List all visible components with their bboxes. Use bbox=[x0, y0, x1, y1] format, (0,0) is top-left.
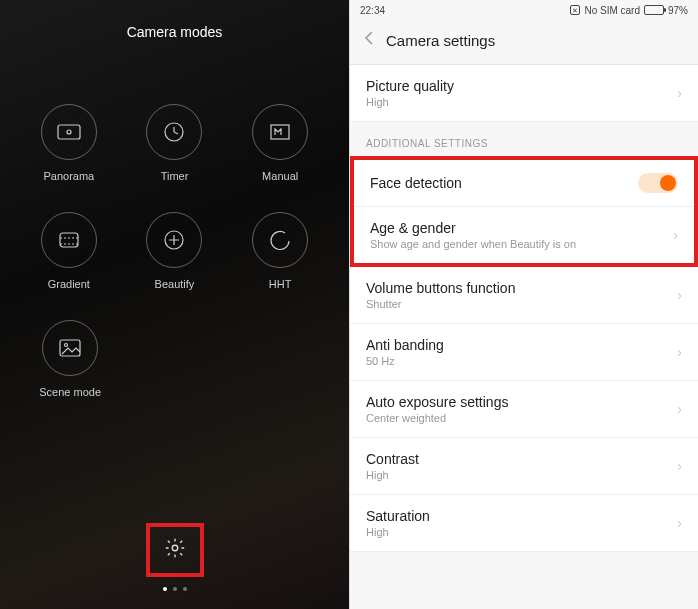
face-detection-toggle[interactable] bbox=[638, 173, 678, 193]
scene-icon bbox=[42, 320, 98, 376]
mode-grid-row2: Scene mode bbox=[0, 290, 349, 398]
settings-header: Camera settings bbox=[350, 20, 698, 64]
battery-icon bbox=[644, 5, 664, 15]
camera-modes-title: Camera modes bbox=[0, 0, 349, 40]
svg-point-1 bbox=[67, 130, 71, 134]
row-contrast[interactable]: Contrast High › bbox=[350, 438, 698, 495]
mode-timer[interactable]: Timer bbox=[124, 104, 226, 182]
battery-pct: 97% bbox=[668, 5, 688, 16]
no-sim-icon: ✕ bbox=[570, 5, 580, 15]
chevron-right-icon: › bbox=[677, 85, 682, 101]
section-additional: ADDITIONAL SETTINGS bbox=[350, 122, 698, 157]
settings-gear-highlight bbox=[146, 523, 204, 577]
camera-settings-panel: 22:34 ✕ No SIM card 97% Camera settings … bbox=[349, 0, 698, 609]
svg-point-7 bbox=[65, 344, 68, 347]
mode-hht[interactable]: HHT bbox=[229, 212, 331, 290]
highlight-face-age: Face detection Age & gender Show age and… bbox=[350, 156, 698, 267]
mode-panorama[interactable]: Panorama bbox=[18, 104, 120, 182]
settings-title: Camera settings bbox=[386, 32, 495, 49]
settings-list: Picture quality High › ADDITIONAL SETTIN… bbox=[350, 64, 698, 552]
status-sim: No SIM card bbox=[584, 5, 640, 16]
timer-icon bbox=[146, 104, 202, 160]
mode-gradient[interactable]: Gradient bbox=[18, 212, 120, 290]
beautify-icon bbox=[146, 212, 202, 268]
row-face-detection[interactable]: Face detection bbox=[354, 160, 694, 207]
chevron-right-icon: › bbox=[673, 227, 678, 243]
svg-rect-3 bbox=[271, 125, 289, 139]
panorama-icon bbox=[41, 104, 97, 160]
row-volume-buttons[interactable]: Volume buttons function Shutter › bbox=[350, 267, 698, 324]
page-dots bbox=[163, 587, 187, 591]
status-bar: 22:34 ✕ No SIM card 97% bbox=[350, 0, 698, 20]
chevron-right-icon: › bbox=[677, 344, 682, 360]
row-age-gender[interactable]: Age & gender Show age and gender when Be… bbox=[354, 207, 694, 263]
gear-icon[interactable] bbox=[164, 545, 186, 562]
svg-rect-0 bbox=[58, 125, 80, 139]
chevron-right-icon: › bbox=[677, 401, 682, 417]
row-anti-banding[interactable]: Anti banding 50 Hz › bbox=[350, 324, 698, 381]
back-icon[interactable] bbox=[364, 30, 374, 50]
gradient-icon bbox=[41, 212, 97, 268]
manual-icon bbox=[252, 104, 308, 160]
mode-grid: Panorama Timer Manual Gradient Beautify bbox=[0, 80, 349, 290]
hht-icon bbox=[252, 212, 308, 268]
row-saturation[interactable]: Saturation High › bbox=[350, 495, 698, 552]
chevron-right-icon: › bbox=[677, 515, 682, 531]
row-auto-exposure[interactable]: Auto exposure settings Center weighted › bbox=[350, 381, 698, 438]
mode-manual[interactable]: Manual bbox=[229, 104, 331, 182]
mode-beautify[interactable]: Beautify bbox=[124, 212, 226, 290]
svg-point-8 bbox=[172, 545, 178, 551]
camera-modes-panel: Camera modes Panorama Timer Manual Gradi… bbox=[0, 0, 349, 609]
chevron-right-icon: › bbox=[677, 287, 682, 303]
row-picture-quality[interactable]: Picture quality High › bbox=[350, 65, 698, 122]
status-time: 22:34 bbox=[360, 5, 385, 16]
chevron-right-icon: › bbox=[677, 458, 682, 474]
svg-rect-4 bbox=[60, 233, 78, 247]
mode-scene[interactable]: Scene mode bbox=[18, 320, 122, 398]
